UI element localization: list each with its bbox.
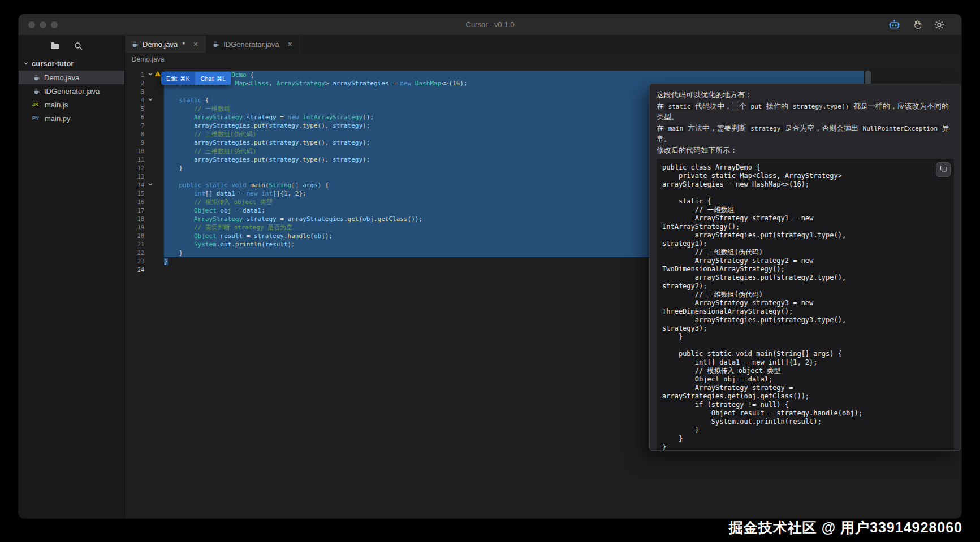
selection-highlight: }	[164, 258, 168, 265]
file-label: IDGenerator.java	[44, 87, 100, 96]
close-button[interactable]	[28, 21, 35, 28]
line-number: 4	[125, 96, 144, 105]
line-indicators	[144, 223, 164, 232]
code-line: 1public class ArrayDemo {	[125, 71, 864, 79]
workspace-folder-row[interactable]: cursor-tutor	[19, 56, 124, 71]
watermark: 掘金技术社区 @ 用户33914928060	[729, 518, 962, 537]
tab-close-icon[interactable]: ×	[192, 40, 200, 49]
line-indicators	[144, 130, 164, 138]
minimize-button[interactable]	[40, 21, 46, 28]
inline-code: static	[666, 103, 693, 110]
line-indicators	[144, 181, 164, 189]
java-icon	[131, 41, 139, 48]
line-indicators	[144, 122, 164, 130]
workspace-name: cursor-tutor	[32, 59, 74, 68]
line-number: 10	[125, 147, 144, 155]
line-number: 1	[125, 71, 144, 79]
line-number: 2	[125, 79, 144, 88]
breadcrumb-item: Demo.java	[132, 55, 164, 63]
file-item[interactable]: PYmain.py	[19, 111, 124, 125]
line-indicators	[144, 105, 164, 113]
gear-icon[interactable]	[933, 19, 946, 31]
chat-shortcut: ⌘L	[217, 75, 226, 82]
inline-code: main	[666, 125, 686, 132]
tab-Demo.java[interactable]: Demo.java*×	[125, 36, 206, 53]
line-indicators	[144, 96, 164, 105]
tab-IDGenerator.java[interactable]: IDGenerator.java×	[206, 36, 300, 53]
line-number: 8	[125, 130, 144, 138]
line-indicators	[144, 155, 164, 164]
dirty-indicator: *	[182, 40, 185, 49]
inline-code: NullPointerException	[861, 125, 940, 132]
assistant-panel: 这段代码可以优化的地方有：在 static 代码块中，三个 put 操作的 st…	[649, 84, 961, 451]
line-number: 11	[125, 155, 144, 164]
explorer-folder-icon[interactable]	[50, 42, 59, 50]
line-indicators	[144, 88, 164, 96]
line-indicators	[144, 172, 164, 181]
line-number: 6	[125, 113, 144, 122]
line-indicators	[144, 266, 164, 274]
file-item[interactable]: JSmain.js	[19, 98, 124, 111]
file-label: main.js	[45, 101, 68, 109]
titlebar: Cursor - v0.1.0	[19, 14, 961, 36]
line-indicators	[144, 189, 164, 198]
window-controls	[19, 21, 58, 28]
line-number: 19	[125, 223, 144, 232]
line-indicators	[144, 113, 164, 122]
edit-button[interactable]: Edit ⌘K	[161, 72, 195, 85]
file-item[interactable]: IDGenerator.java	[19, 84, 124, 98]
app-window: Cursor - v0.1.0 cursor-tutor Demo.javaID…	[19, 14, 961, 518]
js-badge: JS	[32, 102, 41, 107]
assistant-text: 这段代码可以优化的地方有：在 static 代码块中，三个 put 操作的 st…	[657, 90, 954, 155]
chat-button[interactable]: Chat ⌘L	[195, 72, 231, 85]
java-icon	[32, 88, 41, 95]
inline-code: strategy.type()	[791, 103, 851, 110]
line-indicators	[144, 215, 164, 223]
chat-label: Chat	[200, 75, 213, 82]
tab-bar: Demo.java*×IDGenerator.java×	[125, 36, 961, 53]
breadcrumb[interactable]: Demo.java	[125, 53, 961, 66]
inline-code: put	[749, 103, 765, 110]
tab-label: Demo.java	[143, 40, 178, 49]
tab-close-icon[interactable]: ×	[286, 40, 293, 49]
fold-chevron-icon[interactable]	[148, 96, 153, 105]
assistant-paragraph: 修改后的代码如下所示：	[657, 145, 954, 155]
inline-code: strategy	[748, 125, 783, 132]
file-label: Demo.java	[44, 73, 79, 82]
line-number: 22	[125, 249, 144, 257]
robot-icon[interactable]	[888, 19, 900, 31]
fold-chevron-icon[interactable]	[148, 71, 153, 79]
line-number: 14	[125, 181, 144, 189]
search-icon[interactable]	[74, 42, 83, 50]
assistant-paragraph: 在 static 代码块中，三个 put 操作的 strategy.type()…	[657, 101, 954, 122]
titlebar-icons	[888, 19, 961, 31]
edit-chat-popup: Edit ⌘K Chat ⌘L	[161, 72, 231, 85]
line-number: 17	[125, 206, 144, 215]
maximize-button[interactable]	[51, 21, 58, 28]
assistant-code-pre: public class ArrayDemo { private static …	[662, 163, 948, 451]
line-indicators	[144, 138, 164, 147]
window-title: Cursor - v0.1.0	[19, 20, 961, 29]
assistant-paragraph: 在 main 方法中，需要判断 strategy 是否为空，否则会抛出 Null…	[657, 123, 954, 144]
line-content[interactable]: public class ArrayDemo {	[164, 71, 864, 79]
line-number: 16	[125, 198, 144, 206]
tab-label: IDGenerator.java	[223, 40, 279, 49]
hand-icon[interactable]	[910, 19, 923, 31]
file-list: Demo.javaIDGenerator.javaJSmain.jsPYmain…	[19, 71, 124, 125]
warning-icon	[154, 71, 161, 79]
line-number: 5	[125, 105, 144, 113]
line-number: 7	[125, 122, 144, 130]
fold-chevron-icon[interactable]	[148, 181, 153, 189]
line-indicators	[144, 240, 164, 249]
line-indicators	[144, 257, 164, 266]
line-number: 18	[125, 215, 144, 223]
py-badge: PY	[32, 115, 41, 121]
java-icon	[32, 74, 41, 81]
chevron-down-icon	[23, 60, 29, 66]
file-item[interactable]: Demo.java	[19, 71, 124, 84]
assistant-paragraph: 这段代码可以优化的地方有：	[657, 90, 954, 100]
copy-button[interactable]	[936, 162, 951, 177]
file-label: main.py	[45, 114, 71, 123]
line-number: 3	[125, 88, 144, 96]
line-number: 13	[125, 172, 144, 181]
